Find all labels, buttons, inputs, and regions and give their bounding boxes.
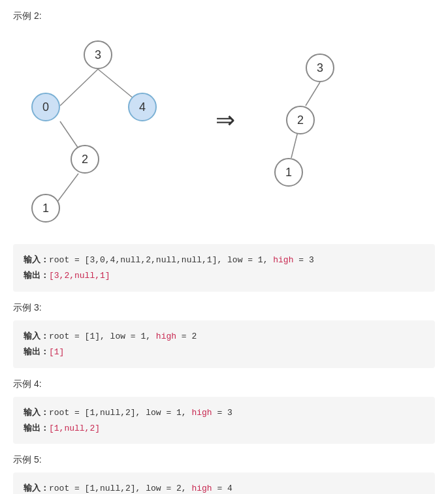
example2-input-value: root = [3,0,4,null,2,null,null,1], low =… <box>49 255 273 265</box>
example3-input-value: root = [1], low = 1, <box>49 332 156 341</box>
node-4: 4 <box>128 93 157 121</box>
node-2-right: 2 <box>286 106 315 134</box>
example4-high-val: = 3 <box>212 408 232 418</box>
example4-output-line: 输出：[1,null,2] <box>24 420 424 436</box>
example3-output-line: 输出：[1] <box>24 344 424 360</box>
node-0: 0 <box>31 93 60 121</box>
left-tree: 3 0 4 2 1 <box>13 35 209 231</box>
example2-high-word: high <box>273 255 293 265</box>
node-1-right: 1 <box>274 158 303 187</box>
example4-output-label: 输出： <box>24 423 49 433</box>
right-tree: 3 2 1 <box>268 48 398 218</box>
example3-output-value: [1] <box>49 347 64 357</box>
example3-high-val: = 2 <box>176 332 197 341</box>
example4-block: 输入：root = [1,null,2], low = 1, high = 3 … <box>13 397 435 444</box>
example5-high-word: high <box>191 484 212 493</box>
example2-output-value: [3,2,null,1] <box>49 271 110 281</box>
node-1-left: 1 <box>31 194 60 223</box>
example5-high-val: = 4 <box>212 484 232 493</box>
example3-output-label: 输出： <box>24 347 49 356</box>
node-2-left: 2 <box>71 145 99 174</box>
example2-block: 输入：root = [3,0,4,null,2,null,null,1], lo… <box>13 244 435 292</box>
example3-input-line: 输入：root = [1], low = 1, high = 2 <box>24 328 424 344</box>
example4-title: 示例 4: <box>13 378 435 390</box>
svg-line-4 <box>306 82 320 106</box>
node-3-right: 3 <box>306 54 334 82</box>
example2-input-line: 输入：root = [3,0,4,null,2,null,null,1], lo… <box>24 252 424 268</box>
example3-input-label: 输入： <box>24 331 49 341</box>
example4-high-word: high <box>191 408 212 418</box>
page-wrapper: 示例 2: 3 0 4 2 1 <box>13 10 435 494</box>
example2-output-label: 输出： <box>24 270 49 280</box>
example2-high-val: = 3 <box>293 255 313 265</box>
example2-title: 示例 2: <box>13 10 435 22</box>
example3-high-word: high <box>156 332 176 341</box>
svg-line-0 <box>60 69 98 106</box>
tree-diagram: 3 0 4 2 1 ⇒ 3 2 1 <box>13 29 435 238</box>
example4-input-label: 输入： <box>24 407 49 417</box>
example2-output-line: 输出：[3,2,null,1] <box>24 268 424 283</box>
example5-block: 输入：root = [1,null,2], low = 2, high = 4 … <box>13 472 435 494</box>
example2-input-label: 输入： <box>24 255 49 264</box>
example3-block: 输入：root = [1], low = 1, high = 2 输出：[1] <box>13 320 435 368</box>
example4-input-line: 输入：root = [1,null,2], low = 1, high = 3 <box>24 405 424 420</box>
example5-input-line: 输入：root = [1,null,2], low = 2, high = 4 <box>24 480 424 494</box>
example4-input-value: root = [1,null,2], low = 1, <box>49 408 191 418</box>
node-3-left: 3 <box>84 40 112 69</box>
example5-title: 示例 5: <box>13 454 435 466</box>
example5-input-label: 输入： <box>24 483 49 493</box>
transform-arrow: ⇒ <box>216 106 235 134</box>
example3-title: 示例 3: <box>13 302 435 314</box>
example4-output-value: [1,null,2] <box>49 424 100 433</box>
example5-input-value: root = [1,null,2], low = 2, <box>49 484 191 493</box>
